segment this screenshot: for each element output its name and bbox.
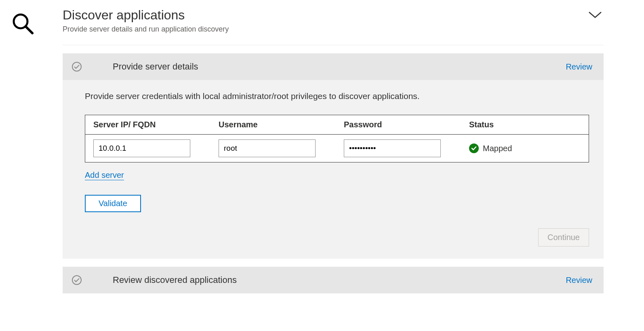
page-subtitle: Provide server details and run applicati… [63, 25, 229, 34]
status-cell: Mapped [469, 139, 581, 157]
status-text: Mapped [483, 144, 512, 153]
validate-button[interactable]: Validate [85, 195, 141, 212]
check-circle-icon [72, 61, 82, 72]
page-title: Discover applications [63, 7, 229, 23]
svg-line-1 [26, 27, 32, 33]
step2-title: Review discovered applications [113, 275, 566, 285]
col-ip: Server IP/ FQDN [93, 120, 215, 129]
password-input[interactable] [344, 139, 441, 157]
step2-header: Review discovered applications Review [63, 267, 604, 293]
page-header: Discover applications Provide server det… [63, 7, 604, 45]
step1-title: Provide server details [113, 61, 566, 72]
server-table: Server IP/ FQDN Username Password Status [85, 115, 589, 162]
step1-instructions: Provide server credentials with local ad… [85, 91, 589, 101]
search-icon[interactable] [11, 11, 35, 36]
col-status: Status [469, 120, 581, 129]
check-ok-icon [469, 143, 479, 153]
step-review-discovered: Review discovered applications Review [63, 267, 604, 293]
continue-button[interactable]: Continue [538, 228, 589, 247]
server-table-header: Server IP/ FQDN Username Password Status [85, 115, 589, 135]
svg-point-3 [72, 276, 81, 285]
svg-point-2 [72, 62, 81, 71]
chevron-down-icon[interactable] [587, 7, 604, 24]
add-server-link[interactable]: Add server [85, 171, 124, 180]
step-provide-server-details: Provide server details Review Provide se… [63, 53, 604, 259]
username-input[interactable] [219, 139, 316, 157]
step1-header: Provide server details Review [63, 53, 604, 80]
table-row: Mapped [85, 135, 589, 162]
check-circle-icon [72, 275, 82, 285]
server-ip-input[interactable] [93, 139, 190, 157]
col-username: Username [219, 120, 340, 129]
step2-review-link[interactable]: Review [566, 276, 592, 285]
col-password: Password [344, 120, 465, 129]
step1-review-link[interactable]: Review [566, 62, 592, 72]
